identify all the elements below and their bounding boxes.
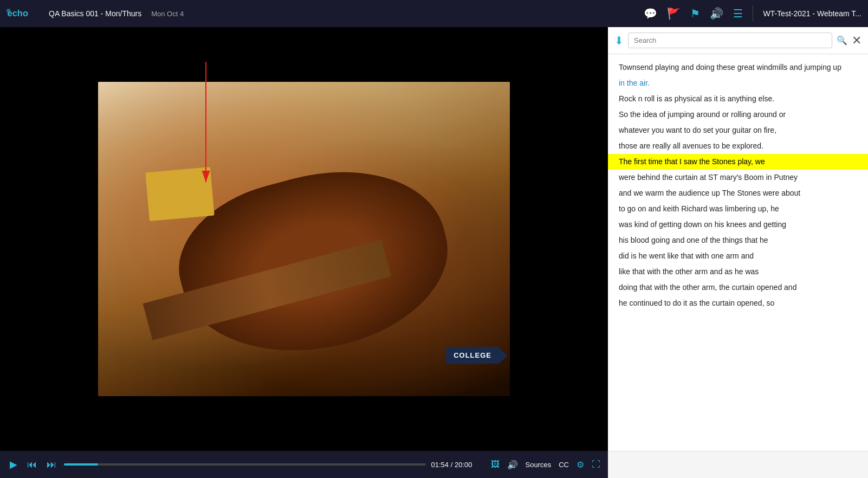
svg-text:echo: echo: [8, 8, 29, 18]
current-time: 01:54: [431, 461, 449, 469]
progress-bar-fill: [64, 463, 98, 466]
total-time: 20:00: [455, 461, 472, 469]
transcript-line[interactable]: Rock n roll is as physical as it is anyt…: [608, 91, 868, 107]
header: echo QA Basics 001 - Mon/Thurs Mon Oct 4…: [0, 0, 868, 27]
sources-button[interactable]: Sources: [526, 461, 552, 469]
session-date: Mon Oct 4: [151, 10, 644, 18]
main-area: COLLEGE ▶ ⏮ ⏭ 01:54: [0, 27, 868, 478]
fast-forward-button[interactable]: ⏭: [44, 457, 59, 473]
settings-icon[interactable]: ⚙: [576, 460, 584, 470]
download-icon[interactable]: ⬇: [614, 34, 624, 47]
cc-button[interactable]: CC: [559, 461, 569, 469]
flag-plus-icon[interactable]: 🚩: [667, 7, 681, 20]
transcript-line[interactable]: and we warm the audience up The Stones w…: [608, 185, 868, 201]
college-badge-text: COLLEGE: [454, 351, 491, 359]
progress-bar[interactable]: [64, 463, 426, 466]
audio-icon[interactable]: 🔊: [507, 460, 518, 470]
search-icon[interactable]: 🔍: [837, 35, 847, 46]
header-action-icons: 💬 🚩 ⚑ 🔊 ☰: [644, 7, 743, 20]
paper-card: [145, 167, 214, 221]
transcript-body[interactable]: Townsend playing and doing these great w…: [608, 54, 868, 451]
chat-icon[interactable]: 💬: [644, 7, 657, 20]
rewind-button[interactable]: ⏮: [25, 457, 39, 473]
play-button[interactable]: ▶: [8, 456, 20, 473]
transcript-line[interactable]: was kind of getting down on his knees an…: [608, 217, 868, 232]
menu-icon[interactable]: ☰: [733, 7, 743, 20]
college-badge: COLLEGE: [446, 347, 499, 364]
transcript-line[interactable]: in the air.: [608, 75, 868, 91]
transcript-line[interactable]: those are really all avenues to be explo…: [608, 138, 868, 154]
time-display: 01:54 / 20:00: [431, 461, 485, 469]
transcript-panel: ⬇ 🔍 ✕ Townsend playing and doing these g…: [608, 27, 868, 478]
transcript-line[interactable]: like that with the other arm and as he w…: [608, 264, 868, 280]
logo: echo: [7, 5, 39, 22]
course-title: QA Basics 001 - Mon/Thurs: [49, 9, 141, 18]
time-separator: /: [451, 461, 455, 469]
transcript-panel-bottom: [608, 451, 868, 478]
transcript-line[interactable]: his blood going and one of the things th…: [608, 232, 868, 248]
transcript-search-bar: ⬇ 🔍 ✕: [608, 27, 868, 54]
transcript-line[interactable]: Townsend playing and doing these great w…: [608, 60, 868, 75]
transcript-line[interactable]: to go on and keith Richard was limbering…: [608, 201, 868, 217]
header-divider: [753, 5, 753, 22]
transcript-line[interactable]: were behind the curtain at ST mary's Boo…: [608, 170, 868, 185]
transcript-line[interactable]: The first time that I saw the Stones pla…: [608, 154, 868, 170]
close-icon[interactable]: ✕: [852, 34, 861, 48]
transcript-line[interactable]: he continued to do it as the curtain ope…: [608, 295, 868, 311]
transcript-line[interactable]: So the idea of jumping around or rolling…: [608, 107, 868, 122]
flag-icon[interactable]: ⚑: [690, 7, 700, 20]
transcript-line[interactable]: whatever you want to do set your guitar …: [608, 122, 868, 138]
bottom-controls-right: 🖼 🔊 Sources CC ⚙ ⛶: [491, 460, 600, 470]
video-container[interactable]: COLLEGE: [0, 27, 608, 451]
video-area: COLLEGE ▶ ⏮ ⏭ 01:54: [0, 27, 608, 478]
transcript-line[interactable]: doing that with the other arm, the curta…: [608, 280, 868, 295]
svg-point-1: [7, 9, 11, 13]
search-input[interactable]: [628, 33, 832, 48]
fullscreen-icon[interactable]: ⛶: [592, 460, 600, 469]
video-controls: ▶ ⏮ ⏭ 01:54 / 20:00 🖼 🔊 Sources CC ⚙ ⛶: [0, 451, 608, 478]
picture-icon[interactable]: 🖼: [491, 460, 500, 469]
video-frame: COLLEGE: [98, 82, 510, 396]
volume-icon[interactable]: 🔊: [710, 7, 723, 20]
transcript-line[interactable]: did is he went like that with one arm an…: [608, 248, 868, 264]
video-title: WT-Test-2021 - Webteam T...: [763, 9, 861, 18]
